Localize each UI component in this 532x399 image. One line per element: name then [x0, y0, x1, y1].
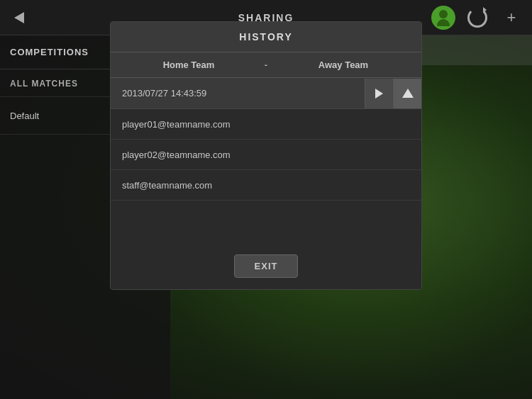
col-home-team: Home Team	[122, 60, 255, 70]
arrow-right-icon	[375, 89, 383, 99]
history-row: 2013/07/27 14:43:59	[111, 78, 421, 109]
table-header: Home Team - Away Team	[111, 52, 421, 78]
history-row-actions	[365, 79, 421, 108]
recipient-row-1: player01@teamname.com	[111, 109, 421, 140]
expand-button[interactable]	[393, 79, 421, 108]
modal-title-bar: HISTORY	[111, 22, 421, 52]
modal-title: HISTORY	[239, 31, 292, 43]
modal-overlay: HISTORY Home Team - Away Team 2013/07/27…	[0, 0, 532, 399]
recipient-row-3: staff@teamname.com	[111, 170, 421, 201]
recipient-email-3: staff@teamname.com	[122, 180, 212, 191]
col-separator: -	[255, 60, 277, 70]
arrow-up-icon	[402, 89, 414, 98]
recipient-row-2: player02@teamname.com	[111, 140, 421, 170]
history-modal: HISTORY Home Team - Away Team 2013/07/27…	[110, 21, 422, 290]
modal-footer: EXIT	[111, 243, 421, 289]
recipient-email-1: player01@teamname.com	[122, 119, 231, 130]
col-away-team: Away Team	[277, 60, 410, 70]
history-date: 2013/07/27 14:43:59	[111, 78, 365, 108]
recipient-email-2: player02@teamname.com	[122, 150, 231, 160]
exit-button[interactable]: EXIT	[234, 254, 299, 278]
navigate-button[interactable]	[365, 79, 393, 108]
modal-body: Home Team - Away Team 2013/07/27 14:43:5…	[111, 52, 421, 289]
